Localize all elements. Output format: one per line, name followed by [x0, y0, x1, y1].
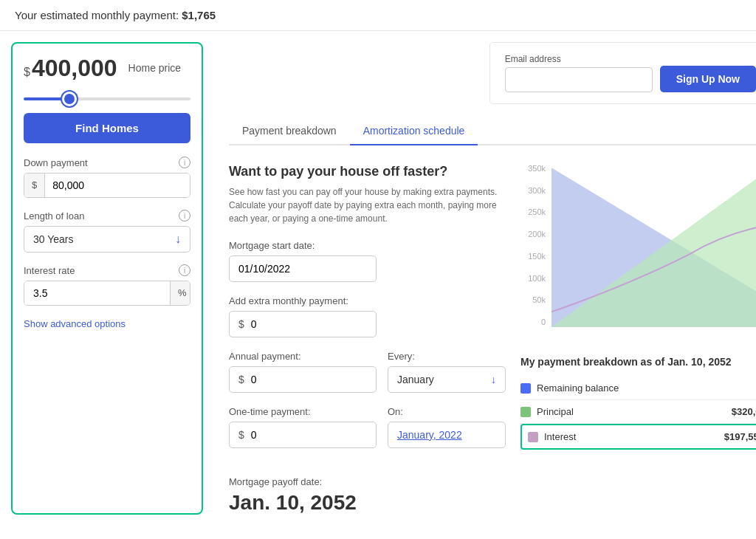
annual-payment-row: Annual payment: $ Every: January ↓ [229, 351, 506, 406]
interest-rate-label-row: Interest rate i [24, 264, 190, 276]
extra-monthly-prefix: $ [238, 318, 244, 330]
annual-payment-label: Annual payment: [229, 351, 377, 362]
every-label: Every: [388, 351, 506, 362]
interest-rate-field: Interest rate i % [24, 264, 190, 306]
price-slider[interactable] [24, 97, 190, 100]
down-payment-amount-input[interactable] [45, 174, 189, 197]
extra-monthly-input[interactable]: $ [229, 311, 377, 337]
find-homes-button[interactable]: Find Homes [24, 113, 190, 143]
extra-monthly-value[interactable] [251, 318, 367, 330]
payoff-section: Mortgage payoff date: Jan. 10, 2052 [229, 476, 506, 515]
down-payment-prefix: $ [24, 174, 45, 197]
annual-payment-prefix: $ [238, 374, 244, 385]
every-value: January [397, 374, 434, 385]
left-panel: $ 400,000 Home price Find Homes Down pay… [11, 42, 203, 515]
down-payment-label: Down payment [24, 157, 88, 168]
amortization-chart [551, 164, 756, 331]
chart-container: 350k 300k 250k 200k 150k 100k 50k 0 [520, 164, 756, 341]
sign-up-button[interactable]: Sign Up Now [660, 66, 756, 92]
on-field: On: January, 2022 [388, 406, 506, 448]
y-label-100k: 100k [520, 274, 546, 283]
loan-length-value: 30 Years [33, 233, 74, 245]
down-payment-percent-input[interactable] [189, 174, 190, 197]
home-price-section: $ 400,000 Home price [24, 55, 190, 82]
loan-length-info-icon[interactable]: i [179, 210, 190, 222]
every-select[interactable]: January ↓ [388, 366, 506, 393]
every-chevron-icon: ↓ [491, 374, 496, 385]
every-field: Every: January ↓ [388, 351, 506, 393]
down-payment-input-group: $ % [24, 173, 190, 198]
loan-length-select[interactable]: 30 Years ↓ [24, 226, 190, 253]
payoff-label: Mortgage payoff date: [229, 476, 506, 487]
email-label: Email address [505, 54, 653, 64]
interest-rate-suffix: % [170, 281, 190, 305]
tabs: Payment breakdown Amortization schedule [229, 117, 756, 145]
breakdown-row-remaining: Remaining balance $0 [520, 377, 756, 400]
content-area: Want to pay your house off faster? See h… [229, 164, 756, 515]
home-price-label: Home price [128, 61, 182, 75]
principal-label: Principal [537, 406, 574, 417]
mortgage-start-date-label: Mortgage start date: [229, 240, 506, 251]
down-payment-info-icon[interactable]: i [179, 157, 190, 168]
mortgage-start-date-row: Mortgage start date: [229, 240, 506, 282]
breakdown-title: My payment breakdown as of Jan. 10, 2052 [520, 356, 756, 368]
interest-row-container: Interest $197,559 [520, 424, 756, 450]
content-left: Want to pay your house off faster? See h… [229, 164, 506, 515]
y-label-150k: 150k [520, 252, 546, 261]
down-payment-field: Down payment i $ % [24, 157, 190, 198]
breakdown-row-principal: Principal $320,000 [520, 400, 756, 424]
interest-rate-input[interactable] [24, 281, 170, 305]
interest-rate-label: Interest rate [24, 265, 75, 276]
one-time-payment-field: One-time payment: $ [229, 406, 377, 448]
one-time-payment-input[interactable]: $ [229, 422, 377, 448]
mortgage-start-date-value[interactable] [238, 263, 367, 275]
y-label-200k: 200k [520, 230, 546, 238]
loan-length-label-row: Length of loan i [24, 210, 190, 222]
mortgage-start-date-input[interactable] [229, 255, 377, 282]
page-container: Your estimated monthly payment: $1,765 $… [0, 0, 756, 539]
remaining-balance-label: Remaining balance [537, 382, 619, 394]
one-time-payment-label: One-time payment: [229, 406, 377, 417]
main-layout: $ 400,000 Home price Find Homes Down pay… [0, 31, 756, 526]
remaining-balance-color [520, 383, 531, 394]
interest-rate-info-icon[interactable]: i [179, 264, 190, 276]
tab-payment-breakdown[interactable]: Payment breakdown [229, 117, 350, 145]
interest-value: $197,559 [724, 431, 756, 442]
section-title: Want to pay your house off faster? [229, 164, 506, 179]
top-bar: Your estimated monthly payment: $1,765 [0, 0, 756, 31]
annual-payment-input[interactable]: $ [229, 366, 377, 393]
section-description: See how fast you can pay off your house … [229, 185, 506, 225]
payment-breakdown-section: My payment breakdown as of Jan. 10, 2052… [520, 356, 756, 450]
y-label-350k: 350k [520, 164, 546, 173]
loan-length-label: Length of loan [24, 210, 84, 222]
y-label-250k: 250k [520, 207, 546, 216]
on-label: On: [388, 406, 506, 417]
y-label-0: 0 [520, 317, 546, 326]
email-field-group: Email address [505, 54, 653, 92]
on-value[interactable]: January, 2022 [388, 422, 506, 448]
email-section: Email address Sign Up Now [489, 42, 756, 104]
home-price-value: 400,000 [32, 55, 117, 82]
right-panel: Email address Sign Up Now Payment breakd… [214, 31, 756, 526]
content-right: 350k 300k 250k 200k 150k 100k 50k 0 [520, 164, 756, 515]
interest-color [528, 432, 538, 442]
extra-monthly-label: Add extra monthly payment: [229, 295, 506, 306]
loan-length-chevron-icon: ↓ [175, 233, 181, 246]
dollar-sign: $ [24, 66, 30, 79]
down-payment-label-row: Down payment i [24, 157, 190, 168]
principal-value: $320,000 [732, 406, 756, 417]
annual-payment-value[interactable] [251, 374, 367, 385]
interest-label: Interest [544, 431, 576, 442]
price-display: $ 400,000 [24, 55, 117, 82]
extra-monthly-row: Add extra monthly payment: $ [229, 295, 506, 337]
green-arrow-icon [753, 416, 756, 453]
y-label-300k: 300k [520, 186, 546, 195]
email-input[interactable] [505, 67, 653, 92]
one-time-payment-row: One-time payment: $ On: January, 2022 [229, 406, 506, 461]
show-advanced-link[interactable]: Show advanced options [24, 317, 190, 331]
principal-color [520, 407, 531, 417]
one-time-payment-value[interactable] [251, 429, 367, 441]
breakdown-row-interest: Interest $197,559 [520, 424, 756, 450]
tab-amortization-schedule[interactable]: Amortization schedule [350, 117, 478, 145]
one-time-prefix: $ [238, 429, 244, 441]
